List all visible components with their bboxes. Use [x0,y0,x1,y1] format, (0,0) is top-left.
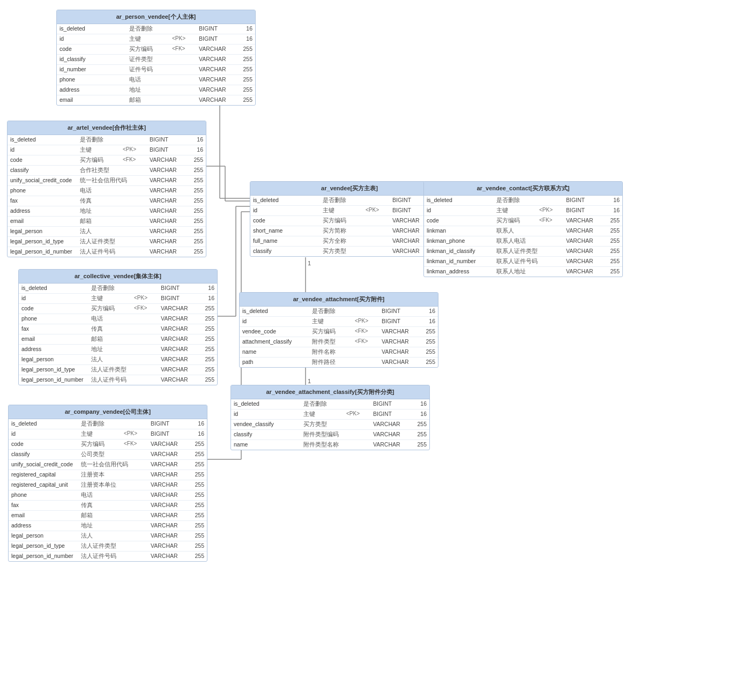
col-field-name: linkman_phone [424,236,494,246]
col-len: 255 [234,85,255,95]
table-row: classify附件类型编码VARCHAR255 [231,430,429,440]
col-cn: 主键 [77,145,120,155]
table-header-ar_vendee_attachment_classify: ar_vendee_attachment_classify[买方附件分类] [231,385,429,399]
table-row: email邮箱VARCHAR255 [8,217,206,227]
col-type: BIGINT [379,317,416,326]
col-pk [121,541,148,551]
col-field-name: email [8,217,77,226]
col-len: 16 [184,135,206,145]
col-pk [352,347,379,357]
table-row: legal_person_id_number法人证件号码VARCHAR255 [19,375,217,385]
col-len: 255 [196,355,217,364]
col-field-name: id [250,206,320,215]
table-row: address地址VARCHAR255 [19,345,217,355]
table-body-ar_person_vendee: is_deleted是否删除BIGINT16id主键<PK>BIGINT16co… [57,24,255,105]
col-type: VARCHAR [158,314,196,324]
table-row: email邮箱VARCHAR255 [9,511,207,521]
col-pk [120,227,147,236]
table-row: id主键<PK>BIGINT16 [19,294,217,304]
col-cn: 邮箱 [78,511,121,520]
table-header-ar_vendee: ar_vendee[买方主表] [250,182,449,196]
col-cn: 主键 [127,34,169,44]
col-len: 255 [185,470,207,480]
col-type: BIGINT [158,284,196,293]
table-row: code买方编码<FK>VARCHAR255 [424,216,622,226]
col-len: 255 [184,176,206,185]
col-type: VARCHAR [148,450,185,459]
col-field-name: unify_social_credit_code [9,460,78,470]
col-field-name: id [240,317,309,326]
col-field-name: id [424,206,494,215]
table-row: classify公司类型VARCHAR255 [9,450,207,460]
col-field-name: legal_person_id_type [8,237,77,247]
col-cn: 是否删除 [301,399,344,409]
col-cn: 法人证件类型 [77,237,120,247]
col-pk [344,440,370,450]
col-type: BIGINT [370,399,408,409]
col-field-name: classify [250,247,320,256]
col-field-name: legal_person [8,227,77,236]
table-row: fax传真VARCHAR255 [9,501,207,511]
col-type: VARCHAR [147,176,184,185]
col-pk: <FK> [121,440,148,449]
col-cn: 是否删除 [320,196,363,205]
col-field-name: is_deleted [250,196,320,205]
col-type: VARCHAR [563,247,601,256]
col-len: 255 [234,55,255,64]
col-field-name: fax [9,501,78,510]
col-pk [120,196,147,206]
col-cn: 买方全称 [320,236,363,246]
col-cn: 买方编码 [127,44,169,54]
col-len: 255 [184,227,206,236]
col-type: VARCHAR [196,55,234,64]
table-row: unify_social_credit_code统一社会信用代码VARCHAR2… [9,460,207,470]
col-cn: 法人 [77,227,120,236]
table-header-ar_vendee_contact: ar_vendee_contact[买方联系方式] [424,182,622,196]
table-ar_person_vendee: ar_person_vendee[个人主体]is_deleted是否删除BIGI… [56,10,256,106]
col-field-name: fax [19,324,88,334]
col-cn: 地址 [127,85,169,95]
col-cn: 传真 [77,196,120,206]
col-field-name: address [57,85,127,95]
col-type: BIGINT [390,206,427,215]
col-cn: 法人 [88,355,131,364]
table-row: linkman_address联系人地址VARCHAR255 [424,267,622,277]
table-row: attachment_classify附件类型<FK>VARCHAR255 [240,337,438,347]
col-pk: <FK> [120,155,147,165]
col-pk [120,217,147,226]
col-type: VARCHAR [379,327,416,337]
col-pk [169,65,196,75]
col-len: 16 [185,419,207,429]
col-field-name: code [250,216,320,226]
col-field-name: attachment_classify [240,337,309,347]
col-pk [131,345,158,354]
col-pk [363,247,390,256]
col-cn: 注册资本 [78,470,121,480]
col-cn: 注册资本单位 [78,480,121,490]
col-type: VARCHAR [147,186,184,196]
col-len: 255 [601,236,622,246]
table-body-ar_company_vendee: is_deleted是否删除BIGINT16id主键<PK>BIGINT16co… [9,419,207,561]
col-field-name: legal_person_id_type [19,365,88,375]
col-field-name: full_name [250,236,320,246]
col-type: VARCHAR [148,552,185,561]
table-row: classify合作社类型VARCHAR255 [8,166,206,176]
col-pk [344,430,370,440]
col-cn: 买方类型 [301,420,344,429]
col-field-name: is_deleted [19,284,88,293]
col-cn: 地址 [78,521,121,531]
col-len: 255 [184,155,206,165]
col-pk [169,95,196,105]
col-field-name: is_deleted [231,399,301,409]
col-len: 255 [416,337,438,347]
table-row: is_deleted是否删除BIGINT16 [19,284,217,294]
col-cn: 联系人地址 [494,267,537,277]
col-type: BIGINT [158,294,196,303]
col-type: BIGINT [563,196,601,205]
col-type: VARCHAR [148,480,185,490]
col-field-name: email [19,334,88,344]
col-len: 255 [185,480,207,490]
col-len: 16 [601,196,622,205]
col-pk: <FK> [352,337,379,347]
col-cn: 附件名称 [309,347,352,357]
